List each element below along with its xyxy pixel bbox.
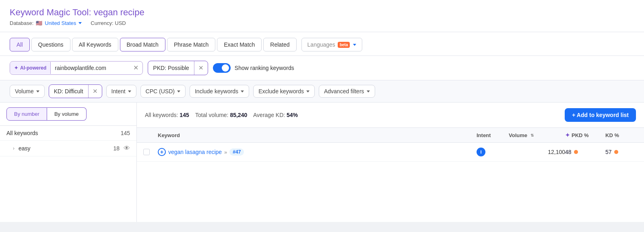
cpc-chevron-icon: [177, 90, 180, 92]
filter-chips-row: Volume KD: Difficult ✕ Intent CPC (USD) …: [0, 80, 644, 103]
include-keywords-filter[interactable]: Include keywords: [190, 85, 249, 98]
kd-filter-chip: KD: Difficult ✕: [49, 84, 102, 98]
by-volume-button[interactable]: By volume: [47, 107, 87, 121]
domain-input[interactable]: [51, 62, 129, 74]
pkd-star-icon: ✦: [565, 132, 570, 138]
keyword-link[interactable]: + vegan lasagna recipe » #47: [158, 148, 477, 156]
beta-badge: beta: [338, 42, 350, 48]
volume-header[interactable]: Volume ⇅: [509, 132, 565, 138]
ai-powered-input-container: ✦ AI-powered ✕: [10, 61, 143, 75]
kd-dot-icon: [614, 150, 618, 154]
eye-icon[interactable]: 👁: [124, 145, 130, 152]
kd-chip-label: KD: Difficult: [49, 85, 88, 97]
keyword-header: Keyword: [158, 132, 477, 138]
volume-chevron-icon: [36, 90, 39, 92]
row-intent: I: [477, 148, 509, 156]
add-to-list-icon[interactable]: +: [158, 148, 166, 156]
stats-bar: All keywords: 145 Total volume: 85,240 A…: [137, 103, 644, 128]
row-checkbox[interactable]: [143, 149, 158, 155]
sidebar: By number By volume All keywords 145 › e…: [0, 103, 137, 222]
sidebar-list: All keywords 145 › easy 18 👁: [0, 126, 136, 156]
row-keyword: + vegan lasagna recipe » #47: [158, 148, 477, 156]
volume-filter[interactable]: Volume: [10, 85, 45, 98]
pkd-dot-icon: [574, 150, 578, 154]
row-pkd: 48: [565, 149, 605, 155]
tab-phrase-match[interactable]: Phrase Match: [167, 38, 215, 51]
currency-label: Currency: USD: [91, 20, 126, 26]
ai-powered-label: ✦ AI-powered: [10, 62, 51, 74]
exclude-chevron-icon: [306, 90, 310, 92]
advanced-chevron-icon: [367, 90, 370, 92]
show-ranking-label: Show ranking keywords: [235, 65, 294, 71]
main-table-area: All keywords: 145 Total volume: 85,240 A…: [137, 103, 644, 222]
table-header: Keyword Intent Volume ⇅ ✦ PKD % KD %: [137, 128, 644, 143]
intent-filter[interactable]: Intent: [106, 85, 136, 98]
exclude-keywords-filter[interactable]: Exclude keywords: [253, 85, 315, 98]
by-number-button[interactable]: By number: [6, 107, 47, 121]
content-area: By number By volume All keywords 145 › e…: [0, 103, 644, 222]
show-ranking-toggle[interactable]: [213, 63, 231, 73]
expand-easy-button[interactable]: ›: [13, 146, 14, 151]
languages-chevron-icon: [353, 44, 356, 46]
list-item: All keywords 145: [0, 126, 136, 141]
stats-text: All keywords: 145 Total volume: 85,240 A…: [145, 112, 298, 118]
intent-chevron-icon: [128, 90, 131, 92]
advanced-filters[interactable]: Advanced filters: [319, 85, 375, 98]
country-selector[interactable]: United States: [45, 20, 82, 26]
list-item: › easy 18 👁: [0, 141, 136, 156]
kd-chip-clear-button[interactable]: ✕: [88, 85, 102, 98]
tab-related[interactable]: Related: [263, 38, 296, 51]
volume-sort-icon: ⇅: [530, 133, 534, 138]
sidebar-view-toggle: By number By volume: [0, 103, 136, 126]
row-kd: 57: [605, 149, 638, 155]
include-chevron-icon: [241, 90, 244, 92]
languages-dropdown[interactable]: Languages beta: [301, 38, 363, 51]
sparkle-icon: ✦: [14, 65, 18, 71]
intent-badge: I: [477, 148, 485, 156]
intent-header: Intent: [477, 132, 509, 138]
show-ranking-toggle-container: Show ranking keywords: [213, 63, 294, 73]
domain-clear-button[interactable]: ✕: [129, 62, 142, 74]
add-to-keyword-list-button[interactable]: + Add to keyword list: [565, 108, 636, 122]
country-chevron-icon: [78, 22, 82, 24]
kd-header: KD %: [605, 132, 638, 138]
flag-icon: 🇺🇸: [36, 20, 42, 26]
database-label: Database:: [10, 20, 33, 26]
row-volume: 12,100: [509, 149, 565, 155]
tab-all[interactable]: All: [10, 38, 30, 51]
table-row: + vegan lasagna recipe » #47 I 12,100 48…: [137, 143, 644, 162]
tab-exact-match[interactable]: Exact Match: [217, 38, 262, 51]
tab-questions[interactable]: Questions: [31, 38, 70, 51]
keyword-arrows: »: [224, 149, 227, 155]
pkd-header: ✦ PKD %: [565, 132, 605, 138]
rank-tag: #47: [229, 148, 244, 156]
tab-all-keywords[interactable]: All Keywords: [72, 38, 118, 51]
pkd-filter-label: PKD: Possible: [148, 62, 194, 74]
pkd-clear-button[interactable]: ✕: [194, 61, 208, 75]
tabs-bar: All Questions All Keywords Broad Match P…: [0, 32, 644, 56]
pkd-filter-chip: PKD: Possible ✕: [148, 61, 208, 75]
tab-broad-match[interactable]: Broad Match: [120, 38, 165, 51]
main-filters: ✦ AI-powered ✕ PKD: Possible ✕ Show rank…: [0, 56, 644, 80]
cpc-filter[interactable]: CPC (USD): [140, 85, 186, 98]
page-title: Keyword Magic Tool: vegan recipe: [10, 7, 634, 18]
